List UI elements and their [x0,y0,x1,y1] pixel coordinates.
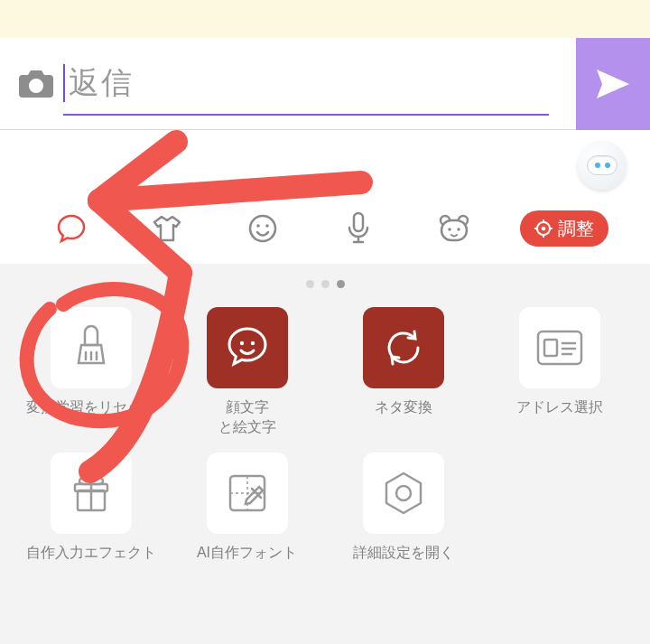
svg-point-12 [250,341,254,345]
broom-icon [51,307,132,388]
gift-icon [51,453,132,534]
grid-item-label: 詳細設定を開く [353,543,454,563]
svg-rect-3 [354,213,363,231]
grid-item-label: 変換学習をリセット [26,397,156,417]
shirt-icon [152,213,182,244]
send-icon [595,68,631,100]
cycle-icon [363,307,444,388]
page-dot [306,280,314,288]
page-dot-active [337,280,345,288]
settings-panel: 変換学習をリセット顔文字 と絵文字ネタ変換アドレス選択自作入力エフェクトAI自作… [0,264,650,644]
reply-input[interactable]: 返信 [63,52,549,116]
svg-point-18 [396,486,411,500]
settings-grid: 変換学習をリセット顔文字 と絵文字ネタ変換アドレス選択自作入力エフェクトAI自作… [0,294,650,579]
speech-bubble-icon [56,213,87,244]
top-banner [0,0,650,38]
grid-item-label: ネタ変換 [375,397,432,417]
camera-button[interactable] [9,70,63,98]
grid-item-address-select[interactable]: アドレス選択 [481,307,637,436]
page-dot [321,280,330,288]
svg-point-0 [250,216,275,241]
svg-point-10 [542,227,546,231]
grid-item-open-settings[interactable]: 詳細設定を開く [325,453,481,563]
svg-rect-6 [441,220,467,240]
toolbar-item-theme[interactable] [23,213,119,244]
send-button[interactable] [576,38,650,130]
svg-point-8 [457,228,460,231]
toolbar-item-skin[interactable] [119,213,215,244]
font-edit-icon [207,453,288,534]
hex-gear-icon [363,453,444,534]
toolbar-item-emoji[interactable] [215,213,311,244]
microphone-icon [343,211,374,246]
grid-item-label: AI自作フォント [197,543,297,563]
grid-item-reset-learning[interactable]: 変換学習をリセット [13,307,169,436]
svg-point-7 [448,228,451,231]
target-icon [534,219,552,238]
svg-point-2 [265,224,269,228]
text-caret [63,64,65,102]
svg-rect-14 [544,340,557,356]
svg-point-1 [256,224,260,228]
keyboard-toolbar-area: 調整 [0,130,650,264]
adjust-button[interactable]: 調整 [520,210,608,247]
grid-item-label: アドレス選択 [516,397,603,417]
reply-placeholder: 返信 [69,62,134,104]
bear-icon [438,213,470,244]
face-bubble-icon [207,307,288,388]
address-card-icon [519,307,600,388]
adjust-label: 調整 [558,217,594,241]
grid-item-kaomoji-emoji[interactable]: 顔文字 と絵文字 [169,307,325,436]
grid-item-neta-convert[interactable]: ネタ変換 [325,307,481,436]
toolbar-item-voice[interactable] [311,211,406,246]
keyboard-toolbar: 調整 [0,206,650,251]
robot-face-icon [587,155,618,175]
svg-point-11 [239,341,243,345]
grid-item-label: 自作入力エフェクト [26,543,156,563]
assistant-avatar[interactable] [578,141,627,190]
reply-input-bar: 返信 [0,38,650,130]
page-indicator [0,273,650,294]
camera-icon [19,70,53,98]
grid-item-custom-effect[interactable]: 自作入力エフェクト [13,453,169,563]
smiley-icon [247,213,278,244]
grid-item-ai-font[interactable]: AI自作フォント [169,453,325,563]
grid-item-label: 顔文字 と絵文字 [218,397,276,436]
toolbar-item-mascot[interactable] [406,213,502,244]
